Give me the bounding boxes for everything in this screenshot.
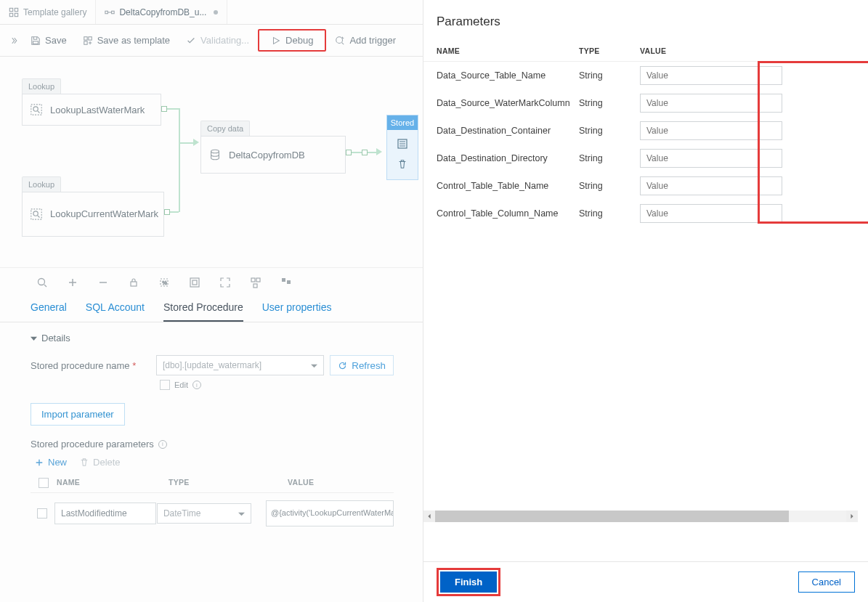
horizontal-scrollbar[interactable] (423, 511, 858, 522)
param-value-input[interactable] (640, 94, 782, 113)
sp-name-select[interactable]: [dbo].[update_watermark] (156, 355, 324, 375)
pipeline-icon (105, 7, 115, 17)
finish-button[interactable]: Finish (440, 572, 497, 593)
param-type-select[interactable]: DateTime (157, 503, 251, 524)
add-trigger-button[interactable]: Add trigger (328, 30, 403, 50)
param-row: Control_Table_Column_Name String (423, 200, 868, 227)
scroll-left-button[interactable] (423, 511, 435, 522)
tab-template-gallery[interactable]: Template gallery (0, 0, 96, 24)
play-icon (271, 36, 281, 46)
save-template-label: Save as template (97, 35, 170, 46)
activity-name: DeltaCopyfromDB (229, 150, 305, 160)
trigger-label: Add trigger (349, 35, 396, 46)
svg-rect-11 (31, 105, 41, 115)
save-as-template-button[interactable]: Save as template (76, 30, 177, 50)
edge (179, 143, 180, 212)
save-icon (31, 36, 41, 46)
lock-icon[interactable] (128, 277, 139, 288)
arrow-icon (193, 139, 199, 146)
svg-rect-1 (15, 8, 17, 11)
new-param-button[interactable]: New (35, 457, 67, 468)
edge (170, 211, 179, 213)
scroll-thumb[interactable] (435, 511, 789, 522)
col-type: TYPE (579, 46, 640, 55)
panel-table-header: NAME TYPE VALUE (423, 39, 868, 62)
param-value-input[interactable] (640, 204, 782, 223)
activity-lookup-current[interactable]: Lookup LookupCurrentWaterMark (22, 176, 164, 237)
debug-button[interactable]: Debug (258, 29, 326, 52)
tab-pipeline[interactable]: DeltaCopyfromDB_u... (96, 0, 227, 24)
param-value-input[interactable] (640, 121, 782, 140)
scroll-right-button[interactable] (846, 511, 858, 522)
trigger-icon (335, 36, 345, 46)
scroll-track[interactable] (435, 511, 846, 522)
delete-param-button[interactable]: Delete (80, 457, 121, 468)
svg-rect-25 (253, 284, 257, 288)
param-value-input[interactable] (640, 149, 782, 168)
toolbar: Save Save as template Validating... Debu… (0, 25, 423, 57)
tab-sql-account[interactable]: SQL Account (86, 301, 145, 322)
param-value-input[interactable]: @{activity('LookupCurrentWaterMark').out… (266, 500, 394, 526)
highlight-box: Finish (437, 568, 500, 596)
param-type: String (579, 98, 640, 108)
svg-point-15 (211, 150, 219, 153)
details-collapse[interactable]: Details (31, 333, 394, 343)
search-icon[interactable] (36, 277, 48, 288)
connector-port[interactable] (362, 150, 368, 155)
fit-zoom-icon[interactable]: % (158, 277, 170, 288)
edit-link[interactable]: Edit i (160, 380, 394, 390)
param-name: Data_Destination_Directory (437, 153, 579, 163)
select-all-checkbox[interactable] (38, 478, 49, 488)
connector-port[interactable] (346, 150, 352, 155)
lookup-icon (30, 103, 43, 116)
param-name: Control_Table_Table_Name (437, 181, 579, 191)
debug-label: Debug (285, 35, 313, 46)
tab-user-properties[interactable]: User properties (262, 301, 332, 322)
activity-lookup-last[interactable]: Lookup LookupLastWaterMark (22, 78, 161, 126)
save-button[interactable]: Save (23, 30, 74, 50)
property-tabs: General SQL Account Stored Procedure Use… (0, 294, 423, 322)
param-table-header: NAME TYPE VALUE (31, 473, 394, 493)
connector-port[interactable] (161, 106, 167, 112)
param-value-input[interactable] (640, 66, 782, 85)
param-type: String (579, 126, 640, 136)
row-checkbox[interactable] (37, 508, 47, 518)
activity-copy-data[interactable]: Copy data DeltaCopyfromDB (200, 121, 346, 174)
validate-button[interactable]: Validating... (179, 30, 256, 50)
svg-text:%: % (163, 280, 167, 285)
info-icon: i (158, 440, 167, 449)
refresh-button[interactable]: Refresh (330, 355, 394, 375)
svg-rect-23 (251, 278, 255, 282)
validate-label: Validating... (200, 35, 249, 46)
svg-rect-24 (256, 278, 260, 282)
connector-port[interactable] (164, 209, 170, 215)
param-name: Control_Table_Column_Name (437, 208, 579, 219)
delete-icon[interactable] (397, 159, 407, 171)
template-icon (83, 36, 93, 46)
fullscreen-icon[interactable] (219, 277, 231, 288)
svg-rect-22 (192, 280, 197, 285)
param-value-input[interactable] (640, 176, 782, 195)
param-row: Data_Source_Table_Name String (423, 62, 868, 89)
layout-icon[interactable] (280, 277, 292, 288)
param-row: Data_Destination_Container String (423, 117, 868, 145)
sproc-icon (397, 138, 408, 152)
activity-name: LookupCurrentWaterMark (50, 208, 158, 220)
fit-screen-icon[interactable] (189, 277, 200, 288)
pipeline-canvas[interactable]: Lookup LookupLastWaterMark Lookup Lookup… (0, 57, 423, 267)
auto-align-icon[interactable] (250, 277, 261, 288)
col-value: VALUE (288, 478, 394, 488)
param-name-input[interactable] (54, 503, 156, 524)
expand-sidebar-button[interactable] (6, 36, 22, 45)
zoom-out-icon[interactable] (97, 277, 109, 288)
svg-rect-18 (131, 282, 137, 286)
import-parameter-button[interactable]: Import parameter (31, 403, 125, 426)
zoom-in-icon[interactable] (67, 277, 78, 288)
tab-general[interactable]: General (31, 301, 67, 322)
svg-rect-4 (105, 11, 108, 14)
svg-rect-2 (9, 13, 12, 16)
editor-tabs: Template gallery DeltaCopyfromDB_u... (0, 0, 423, 25)
cancel-button[interactable]: Cancel (798, 572, 855, 593)
activity-stored-procedure[interactable]: Stored (386, 115, 418, 180)
tab-stored-procedure[interactable]: Stored Procedure (163, 301, 243, 322)
